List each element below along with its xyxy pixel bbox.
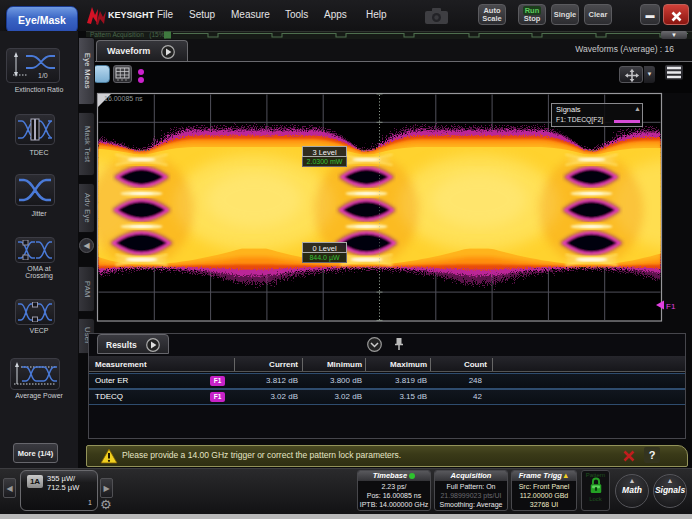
svg-text:F1: F1	[666, 302, 676, 311]
